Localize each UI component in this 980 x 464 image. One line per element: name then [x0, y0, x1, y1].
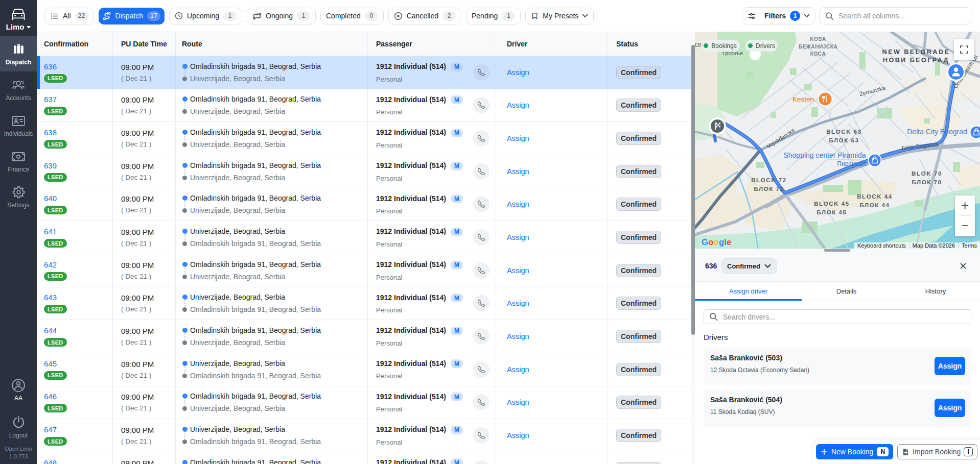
svg-text:БЛОК 45: БЛОК 45: [816, 209, 847, 215]
svg-text:Shopping center Piramida: Shopping center Piramida: [783, 151, 866, 159]
svg-text:BLOCK 72: BLOCK 72: [751, 177, 787, 183]
svg-text:BLOK 70: BLOK 70: [912, 170, 942, 177]
svg-text:БЛОК 70: БЛОК 70: [912, 179, 942, 185]
svg-text:BLOCK 45: BLOCK 45: [814, 201, 850, 207]
svg-text:БЕЖАНИЈСКА: БЕЖАНИЈСКА: [799, 44, 838, 50]
svg-text:НОВИ БЕОГРАД: НОВИ БЕОГРАД: [883, 57, 949, 64]
svg-text:КОСА: КОСА: [810, 51, 826, 57]
svg-text:Delta City Beograd: Delta City Beograd: [907, 128, 967, 136]
svg-text:БЛОК 44: БЛОК 44: [859, 202, 890, 208]
svg-text:БЛОК 72: БЛОК 72: [754, 186, 784, 192]
svg-text:BLOCK 63: BLOCK 63: [826, 129, 862, 135]
svg-text:BLOCK 44: BLOCK 44: [857, 193, 893, 200]
svg-text:Kesten: Kesten: [792, 95, 814, 103]
svg-text:KOSA: KOSA: [810, 36, 826, 42]
svg-text:NEW BELGRADE: NEW BELGRADE: [882, 48, 950, 56]
svg-text:БЛОК 63: БЛОК 63: [829, 137, 859, 143]
svg-text:Пирамида: Пирамида: [837, 160, 867, 167]
